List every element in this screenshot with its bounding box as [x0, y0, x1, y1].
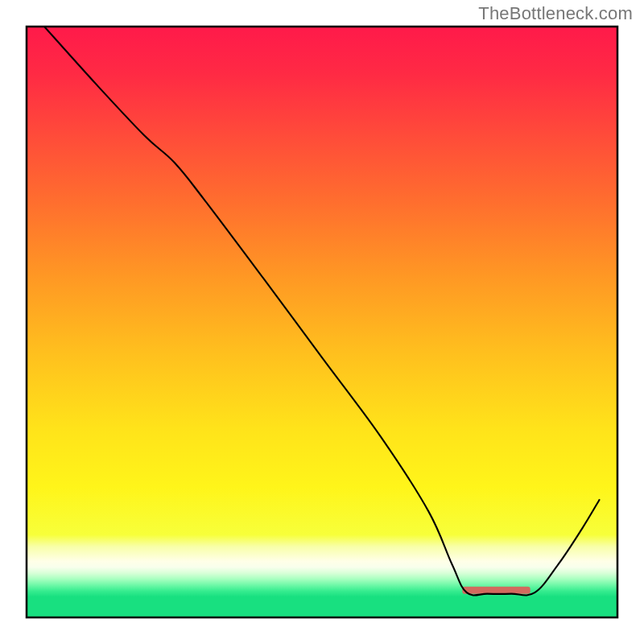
- optimum-marker: [462, 587, 530, 594]
- bottleneck-chart: [0, 0, 644, 644]
- watermark-text: TheBottleneck.com: [478, 3, 633, 24]
- gradient-background: [27, 27, 617, 617]
- chart-frame: { "watermark": "TheBottleneck.com", "bor…: [0, 0, 644, 644]
